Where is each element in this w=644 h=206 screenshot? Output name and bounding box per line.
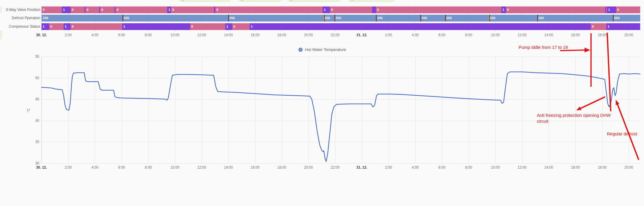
time-axis-label: 2:00 — [65, 33, 72, 37]
defrost-state-separator[interactable] — [228, 15, 229, 21]
chart-gridline-v — [442, 57, 442, 163]
time-axis-label: 14:00 — [224, 165, 233, 170]
state-segment-value: 1 — [323, 6, 330, 13]
state-segment-valve[interactable]: 0 — [330, 6, 372, 13]
state-segment-compressor[interactable]: 1 — [250, 23, 591, 30]
state-segment-value: 1 — [607, 6, 616, 13]
time-axis-label: 10:00 — [491, 165, 500, 170]
state-segment-compressor[interactable]: 1 — [225, 23, 232, 30]
state-segment-compressor[interactable]: 0 — [49, 23, 64, 30]
chart-overlay — [0, 0, 644, 206]
chart-gridline-h — [42, 78, 640, 78]
chart-gridline-v — [389, 57, 389, 163]
defrost-state-separator[interactable] — [613, 15, 614, 21]
time-axis-label: 16:00 — [251, 33, 260, 37]
state-segment-valve[interactable]: 0 — [115, 6, 167, 13]
y-axis-tick-label: 50 — [30, 76, 39, 80]
time-axis-label: 30. 12. — [36, 33, 47, 37]
state-segment-valve[interactable]: 0 — [171, 6, 214, 13]
state-segment-value: 0 — [215, 6, 323, 13]
chart-gridline-v — [629, 57, 629, 163]
chart-gridline-v — [228, 57, 229, 163]
defrost-bar-value: 255 — [229, 15, 235, 21]
legend-series-label: Hot Water Temperature — [305, 47, 346, 52]
chart-gridline-v — [308, 57, 309, 163]
state-segment-valve[interactable]: 1 — [607, 6, 616, 13]
chart-gridline-v — [42, 57, 42, 163]
chart-legend[interactable]: Hot Water Temperature — [298, 47, 346, 52]
time-axis-label: 12:00 — [518, 33, 527, 37]
time-axis-label: 20:00 — [624, 165, 633, 170]
legend-pill-icon — [350, 0, 354, 1]
state-segment-valve[interactable]: 0 — [100, 6, 114, 13]
time-axis-label: 12:00 — [518, 165, 527, 170]
timeline-row-label-valve: 3-Way Valve Position — [0, 8, 40, 12]
defrost-state-separator[interactable] — [122, 15, 123, 21]
state-segment-value: 1 — [42, 23, 49, 30]
defrost-state-separator[interactable] — [334, 15, 335, 21]
time-axis-label: 18:00 — [598, 165, 607, 170]
time-axis-label: 16:00 — [571, 33, 580, 37]
y-axis-tick-label: 40 — [30, 119, 39, 123]
chart-gridline-v — [255, 57, 255, 163]
defrost-bar-value: 255 — [325, 15, 330, 21]
state-segment-valve[interactable]: 1 — [501, 6, 506, 13]
time-axis-label: 10:00 — [170, 165, 179, 170]
state-segment-compressor[interactable]: 1 — [64, 23, 71, 30]
state-segment-value: 1 — [62, 6, 71, 13]
chart-gridline-v — [415, 57, 416, 163]
state-segment-valve[interactable]: 0 — [215, 6, 323, 13]
state-segment-compressor[interactable]: 0 — [71, 23, 122, 30]
defrost-state-separator[interactable] — [420, 15, 421, 21]
section-divider — [0, 42, 644, 42]
state-segment-valve[interactable]: 1 — [167, 6, 171, 13]
chart-gridline-h — [42, 99, 640, 99]
chart-gridline-v — [282, 57, 282, 163]
state-segment-valve[interactable]: 0 — [85, 6, 99, 13]
time-axis-label: 4:00 — [92, 33, 98, 37]
legend-pill[interactable] — [348, 0, 395, 2]
legend-pill[interactable] — [238, 0, 282, 2]
time-axis-label: 6:00 — [439, 33, 445, 37]
chart-gridline-h — [42, 142, 640, 142]
legend-pill[interactable] — [179, 0, 231, 2]
state-segment-valve[interactable]: 1 — [62, 6, 71, 13]
state-segment-compressor[interactable]: 1 — [122, 23, 190, 30]
defrost-state-separator[interactable] — [376, 15, 377, 21]
timeline-row-label-compressor: Compressor Status — [0, 24, 40, 29]
chart-gridline-v — [362, 57, 362, 163]
state-segment-value: 0 — [49, 23, 64, 30]
time-axis-label: 18:00 — [598, 33, 607, 37]
defrost-state-separator[interactable] — [445, 15, 446, 21]
legend-pill[interactable] — [287, 0, 341, 2]
state-segment-compressor[interactable]: 0 — [190, 23, 225, 30]
state-segment-valve[interactable]: 0 — [71, 6, 84, 13]
state-segment-valve[interactable] — [372, 6, 376, 13]
state-segment-valve[interactable]: 0 — [616, 6, 640, 13]
state-segment-valve[interactable]: 1 — [323, 6, 330, 13]
chart-gridline-v — [148, 57, 149, 163]
time-axis-label: 4:00 — [412, 33, 419, 37]
defrost-bar-value: 255 — [43, 15, 48, 21]
state-segment-valve[interactable]: 0 — [376, 6, 501, 13]
state-segment-compressor[interactable]: 0 — [232, 23, 250, 30]
chart-gridline-v — [549, 57, 549, 163]
legend-series-icon — [298, 48, 303, 52]
time-axis-label: 20:00 — [624, 33, 633, 37]
state-segment-valve[interactable]: 0 — [506, 6, 605, 13]
state-segment-value: 0 — [506, 6, 605, 13]
time-axis-label: 31. 12. — [356, 33, 367, 37]
defrost-state-separator[interactable] — [537, 15, 538, 21]
state-segment-compressor[interactable]: 0 — [591, 23, 606, 30]
chart-gridline-h — [42, 163, 640, 164]
chart-gridline-v — [335, 57, 336, 163]
defrost-bar-value: 255 — [421, 15, 427, 21]
legend-pill-icon — [240, 0, 244, 1]
state-segment-valve[interactable]: 0 — [42, 6, 62, 13]
state-segment-value: 0 — [71, 6, 84, 13]
state-segment-value: 1 — [501, 6, 506, 13]
time-axis-label: 18:00 — [277, 33, 286, 37]
state-segment-compressor[interactable]: 1 — [42, 23, 49, 30]
state-segment-compressor[interactable]: 1 — [606, 23, 640, 30]
defrost-bar-value: 255 — [446, 15, 452, 21]
